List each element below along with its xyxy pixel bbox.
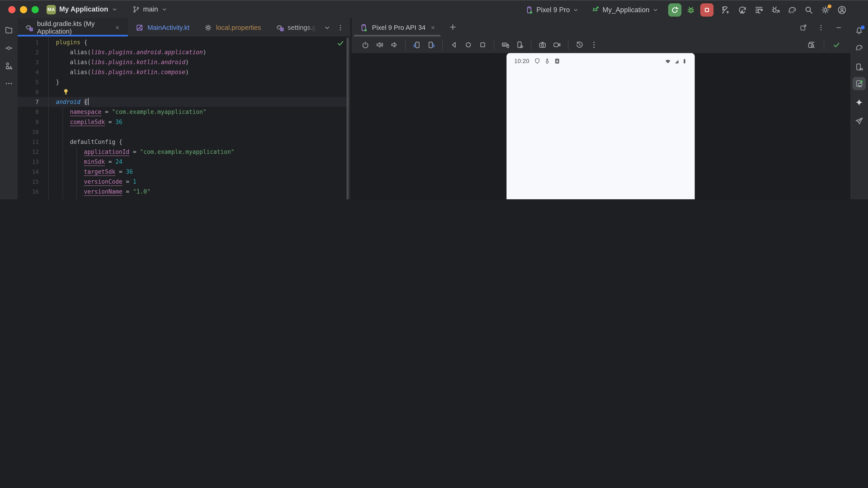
- code-line-4[interactable]: 4 alias(libs.plugins.kotlin.compose): [18, 67, 349, 77]
- code-line-15[interactable]: 15 versionCode = 1: [18, 176, 349, 186]
- rotate-left-button[interactable]: [411, 39, 423, 51]
- code-editor[interactable]: 1plugins {2 alias(libs.plugins.android.a…: [18, 37, 349, 199]
- profiler-icon[interactable]: [754, 5, 764, 15]
- quick-fix-bulb-icon[interactable]: [62, 88, 70, 96]
- tab-options-icon[interactable]: [337, 24, 344, 31]
- android-overview-button[interactable]: [477, 39, 489, 51]
- code-line-10[interactable]: 10: [18, 127, 349, 137]
- debug-app-icon[interactable]: [686, 5, 696, 15]
- code-line-11[interactable]: 11 defaultConfig {: [18, 137, 349, 147]
- panel-options-icon[interactable]: [817, 24, 825, 31]
- device-status-ok-button[interactable]: [830, 39, 842, 51]
- hardware-input-button[interactable]: [499, 39, 512, 51]
- tool-window-button-commit-tool-window[interactable]: [2, 41, 16, 55]
- tool-window-button-device-manager[interactable]: [852, 60, 866, 74]
- tool-window-button-structure-tool-window[interactable]: [2, 59, 16, 72]
- attach-debugger-icon[interactable]: [771, 5, 780, 15]
- run-configuration-selector[interactable]: My_Application: [591, 5, 659, 14]
- android-back-button[interactable]: [448, 39, 460, 51]
- divider: [405, 40, 406, 50]
- close-window-button[interactable]: [8, 6, 16, 13]
- editor-tab-4[interactable]: settings.g: [268, 18, 323, 37]
- code-line-8[interactable]: 8 namespace = "com.example.myapplication…: [18, 107, 349, 117]
- volume-down-button[interactable]: [388, 39, 400, 51]
- editor-tab-1[interactable]: build.gradle.kts (My Application): [18, 18, 128, 37]
- device-display-area: 10:20 Hello Android! + − 1:1: [351, 53, 850, 199]
- line-number[interactable]: 4: [18, 68, 39, 77]
- zoom-window-button[interactable]: [32, 6, 39, 13]
- device-ui-settings-button[interactable]: [514, 39, 526, 51]
- minimize-window-button[interactable]: [20, 6, 27, 13]
- tool-window-button-more-tool-windows[interactable]: [2, 77, 16, 90]
- line-number[interactable]: 14: [18, 167, 39, 177]
- code-line-13[interactable]: 13 minSdk = 24: [18, 157, 349, 166]
- code-line-9[interactable]: 9 compileSdk = 36: [18, 117, 349, 127]
- line-number[interactable]: 6: [18, 88, 39, 97]
- device-selector[interactable]: Pixel 9 Pro: [525, 5, 579, 14]
- code-line-2[interactable]: 2 alias(libs.plugins.android.application…: [18, 47, 349, 57]
- editor-scrollbar[interactable]: [346, 38, 349, 199]
- hide-panel-icon[interactable]: [835, 24, 842, 31]
- line-number[interactable]: 3: [18, 58, 39, 68]
- code-line-16[interactable]: 16 versionName = "1.0": [18, 186, 349, 196]
- add-device-button[interactable]: [448, 23, 457, 31]
- build-project-icon[interactable]: [721, 5, 731, 15]
- project-widget[interactable]: MA My Application: [46, 5, 118, 14]
- line-number[interactable]: 8: [18, 107, 39, 117]
- rotate-right-button[interactable]: [425, 39, 437, 51]
- account-icon[interactable]: [837, 5, 847, 15]
- line-number[interactable]: 10: [18, 127, 39, 137]
- close-icon[interactable]: [114, 24, 121, 31]
- code-line-3[interactable]: 3 alias(libs.plugins.kotlin.android): [18, 57, 349, 67]
- project-tool-window-icon: [4, 26, 13, 34]
- device-display-search-button[interactable]: [805, 39, 817, 51]
- hidden-tabs-icon[interactable]: [323, 24, 331, 31]
- line-number[interactable]: 16: [18, 187, 39, 197]
- code-line-14[interactable]: 14 targetSdk = 36: [18, 166, 349, 176]
- line-number[interactable]: 7: [18, 97, 39, 107]
- emulator-screen[interactable]: 10:20 Hello Android!: [506, 53, 695, 199]
- tool-window-button-running-devices[interactable]: [852, 77, 866, 90]
- line-number[interactable]: 2: [18, 48, 39, 58]
- line-number[interactable]: 9: [18, 117, 39, 127]
- tool-window-button-app-distribution[interactable]: [852, 115, 866, 128]
- apply-changes-icon[interactable]: [737, 5, 747, 15]
- search-everywhere-icon[interactable]: [804, 5, 814, 15]
- line-number[interactable]: 15: [18, 177, 39, 187]
- line-number[interactable]: 11: [18, 137, 39, 147]
- line-number[interactable]: 17: [18, 197, 39, 199]
- code-line-5[interactable]: 5}: [18, 77, 349, 87]
- device-more-options-button[interactable]: [588, 39, 600, 51]
- tool-window-button-notifications[interactable]: [852, 24, 866, 37]
- editor-tab-2[interactable]: MainActivity.kt: [128, 18, 197, 37]
- close-icon[interactable]: [430, 24, 436, 31]
- device-tab[interactable]: Pixel 9 Pro API 34: [351, 18, 442, 37]
- inspections-ok-icon[interactable]: [336, 39, 345, 47]
- code-line-6[interactable]: 6: [18, 87, 349, 97]
- volume-up-button[interactable]: [374, 39, 386, 51]
- code-line-1[interactable]: 1plugins {: [18, 37, 349, 47]
- device-power-button[interactable]: [359, 39, 371, 51]
- code-line-7[interactable]: 7android {: [18, 97, 349, 107]
- line-number[interactable]: 5: [18, 77, 39, 88]
- line-number[interactable]: 13: [18, 157, 39, 167]
- line-number[interactable]: 12: [18, 147, 39, 157]
- vcs-branch-widget[interactable]: main: [132, 5, 167, 13]
- android-home-button[interactable]: [462, 39, 474, 51]
- stop-app-button[interactable]: [700, 3, 714, 16]
- reset-view-button[interactable]: [574, 39, 586, 51]
- tool-window-button-gemini[interactable]: [852, 96, 866, 109]
- open-in-new-window-icon[interactable]: [799, 24, 807, 31]
- line-number[interactable]: 1: [18, 38, 39, 48]
- record-screen-button[interactable]: [551, 39, 563, 51]
- settings-icon[interactable]: [820, 5, 830, 15]
- rerun-app-button[interactable]: [668, 3, 682, 16]
- code-line-12[interactable]: 12 applicationId = "com.example.myapplic…: [18, 147, 349, 157]
- take-screenshot-button[interactable]: [536, 39, 549, 51]
- tool-window-button-gradle-tool-window[interactable]: [852, 41, 866, 54]
- editor-tab-3[interactable]: local.properties: [197, 18, 268, 37]
- tool-window-button-project-tool-window[interactable]: [2, 23, 16, 37]
- project-name: My Application: [59, 5, 108, 13]
- code-line-17[interactable]: 17: [18, 196, 349, 199]
- sync-project-with-gradle-icon[interactable]: [787, 5, 797, 15]
